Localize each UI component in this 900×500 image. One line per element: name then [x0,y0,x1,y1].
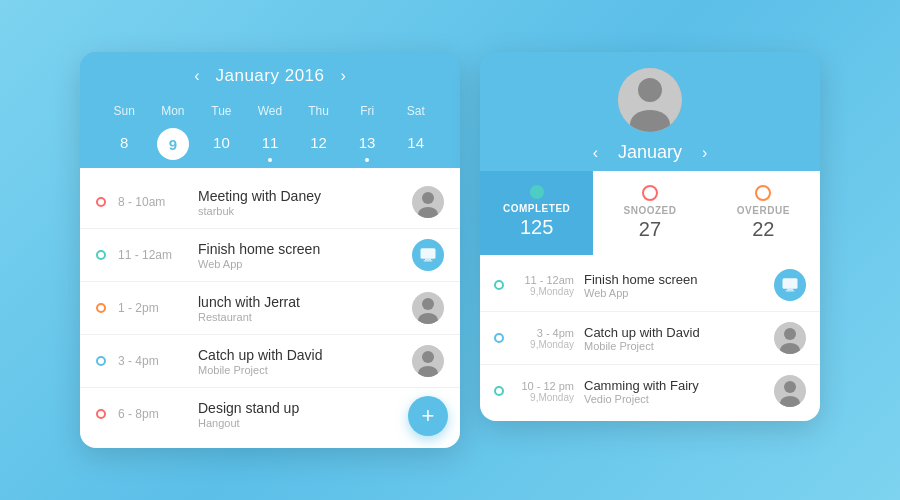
event-info: Finish home screenWeb App [584,272,764,299]
month-nav-left: ‹ January 2016 › [100,66,440,86]
event-time: 3 - 4pm [514,327,574,339]
event-title: lunch with Jerrat [198,294,400,310]
event-time-block: 3 - 4pm9,Monday [514,327,574,350]
svg-rect-20 [786,290,795,291]
day-number[interactable]: 11 [246,128,295,160]
event-date-sub: 9,Monday [514,392,574,403]
svg-point-22 [784,328,796,340]
day-numbers: 891011121314 [100,128,440,160]
day-number[interactable]: 13 [343,128,392,160]
svg-point-10 [422,351,434,363]
event-title: Meeting with Daney [198,188,400,204]
next-month-button[interactable]: › [341,67,346,85]
event-avatar [774,322,806,354]
event-date-sub: 9,Monday [514,339,574,350]
event-subtitle: starbuk [198,205,400,217]
avatar-image [618,68,682,132]
day-label: Mon [149,100,198,122]
svg-rect-19 [787,289,793,291]
svg-point-16 [638,78,662,102]
stats-row: COMPLETED125SNOOZED27OVERDUE22 [480,171,820,255]
next-month-right-button[interactable]: › [702,144,707,162]
right-panel: ‹ January › COMPLETED125SNOOZED27OVERDUE… [480,52,820,421]
month-title-right: January [618,142,682,163]
prev-month-right-button[interactable]: ‹ [593,144,598,162]
event-detail: Web App [584,287,764,299]
list-item[interactable]: 10 - 12 pm9,MondayCamming with FairyVedi… [480,365,820,417]
list-item[interactable]: 11 - 12am9,MondayFinish home screenWeb A… [480,259,820,312]
event-title: Catch up with David [198,347,400,363]
list-item[interactable]: 8 - 10amMeeting with Daneystarbuk [80,176,460,229]
event-dot [96,409,106,419]
day-label: Sun [100,100,149,122]
day-labels: SunMonTueWedThuFriSat [100,100,440,122]
list-item[interactable]: 3 - 4pmCatch up with DavidMobile Project [80,335,460,388]
event-avatar [412,345,444,377]
event-dot [96,197,106,207]
add-event-button[interactable]: + [408,396,448,436]
stat-dot-icon [755,185,771,201]
day-number[interactable]: 9 [157,128,189,160]
event-info: lunch with JerratRestaurant [198,294,400,323]
list-item[interactable]: 1 - 2pmlunch with JerratRestaurant [80,282,460,335]
event-info: Meeting with Daneystarbuk [198,188,400,217]
event-info: Camming with FairyVedio Project [584,378,764,405]
list-item[interactable]: 6 - 8pmDesign stand upHangout [80,388,460,440]
event-detail: Vedio Project [584,393,764,405]
event-time: 3 - 4pm [118,354,186,368]
event-avatar [774,375,806,407]
event-time: 11 - 12am [514,274,574,286]
day-label: Wed [246,100,295,122]
event-dot [96,250,106,260]
event-subtitle: Hangout [198,417,400,429]
events-list-right: 11 - 12am9,MondayFinish home screenWeb A… [480,255,820,421]
event-avatar [412,186,444,218]
event-avatar [412,292,444,324]
event-dot [96,303,106,313]
stat-card[interactable]: OVERDUE22 [707,171,820,255]
svg-point-1 [422,192,434,204]
list-item[interactable]: 11 - 12amFinish home screenWeb App [80,229,460,282]
day-number[interactable]: 10 [197,128,246,160]
avatar [618,68,682,132]
event-info: Catch up with DavidMobile Project [584,325,764,352]
day-number[interactable]: 8 [100,128,149,160]
event-title: Camming with Fairy [584,378,764,393]
stat-number: 125 [488,216,585,239]
day-number[interactable]: 14 [391,128,440,160]
svg-point-7 [422,298,434,310]
event-subtitle: Web App [198,258,400,270]
day-label: Tue [197,100,246,122]
svg-rect-4 [425,259,431,261]
event-date-sub: 9,Monday [514,286,574,297]
stat-card[interactable]: COMPLETED125 [480,171,593,255]
list-item[interactable]: 3 - 4pm9,MondayCatch up with DavidMobile… [480,312,820,365]
calendar-header: ‹ January 2016 › SunMonTueWedThuFriSat 8… [80,52,460,160]
event-info: Finish home screenWeb App [198,241,400,270]
svg-rect-5 [424,260,433,261]
event-detail: Mobile Project [584,340,764,352]
event-avatar [774,269,806,301]
panels-container: ‹ January 2016 › SunMonTueWedThuFriSat 8… [80,52,820,448]
event-dot [494,333,504,343]
svg-point-25 [784,381,796,393]
events-wrapper-left: 8 - 10amMeeting with Daneystarbuk 11 - 1… [80,168,460,448]
month-nav-right: ‹ January › [480,132,820,171]
event-dot [96,356,106,366]
prev-month-button[interactable]: ‹ [194,67,199,85]
event-time: 8 - 10am [118,195,186,209]
stat-label: SNOOZED [601,205,698,216]
event-title: Design stand up [198,400,400,416]
event-title: Catch up with David [584,325,764,340]
event-time-block: 10 - 12 pm9,Monday [514,380,574,403]
stat-number: 27 [601,218,698,241]
day-number[interactable]: 12 [294,128,343,160]
month-title-left: January 2016 [215,66,324,86]
stat-card[interactable]: SNOOZED27 [593,171,706,255]
event-time-block: 11 - 12am9,Monday [514,274,574,297]
svg-rect-18 [783,278,798,289]
stat-number: 22 [715,218,812,241]
day-label: Sat [391,100,440,122]
stat-label: OVERDUE [715,205,812,216]
event-time: 1 - 2pm [118,301,186,315]
